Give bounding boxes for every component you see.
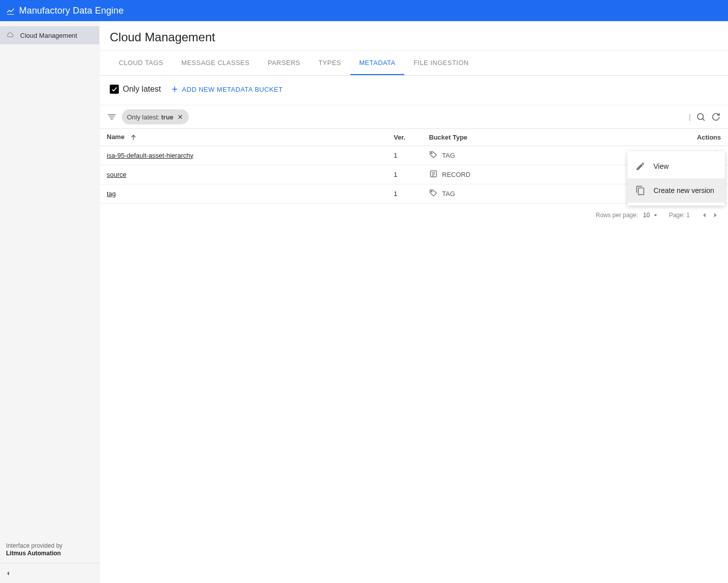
tab-parsers[interactable]: PARSERS xyxy=(259,51,310,75)
add-button-label: ADD NEW METADATA BUCKET xyxy=(182,86,283,93)
tab-message-classes[interactable]: MESSAGE CLASSES xyxy=(172,51,258,75)
chip-value: true xyxy=(161,113,174,121)
col-header-ver[interactable]: Ver. xyxy=(387,129,422,146)
tab-cloud-tags[interactable]: CLOUD TAGS xyxy=(110,51,172,75)
logo-icon xyxy=(6,6,15,15)
col-name-label: Name xyxy=(107,133,124,141)
rows-per-page-value: 10 xyxy=(643,212,649,219)
search-button[interactable] xyxy=(696,112,706,122)
svg-point-4 xyxy=(697,113,703,119)
plus-icon xyxy=(170,85,179,94)
app-bar: Manufactory Data Engine xyxy=(0,0,728,21)
svg-point-7 xyxy=(431,153,432,154)
chip-label: Only latest: xyxy=(127,113,160,121)
close-icon xyxy=(177,113,184,120)
page-prev-button[interactable] xyxy=(700,211,709,220)
pagination: Rows per page: 10 Page: 1 xyxy=(100,204,728,227)
row-name-link[interactable]: tag xyxy=(107,190,116,198)
refresh-button[interactable] xyxy=(711,112,721,122)
rows-per-page-label: Rows per page: xyxy=(596,212,638,219)
sidebar: Cloud Management Interface provided by L… xyxy=(0,21,100,583)
rows-per-page-select[interactable]: 10 xyxy=(643,212,659,219)
record-icon xyxy=(429,169,438,180)
dropdown-arrow-icon xyxy=(652,212,659,219)
search-icon xyxy=(696,112,706,122)
filter-icon[interactable] xyxy=(107,112,117,122)
page-indicator: Page: 1 xyxy=(669,212,690,219)
only-latest-checkbox[interactable]: Only latest xyxy=(110,85,161,94)
tag-icon xyxy=(429,188,438,199)
separator: | xyxy=(689,113,691,121)
main-content: Cloud Management CLOUD TAGS MESSAGE CLAS… xyxy=(100,21,728,583)
sidebar-collapse-button[interactable] xyxy=(0,563,99,583)
app-title: Manufactory Data Engine xyxy=(19,6,124,16)
page-next-button[interactable] xyxy=(711,211,720,220)
sidebar-item-cloud-management[interactable]: Cloud Management xyxy=(0,26,99,44)
svg-line-5 xyxy=(702,118,704,120)
provided-by-label: Interface provided by xyxy=(6,542,93,550)
row-name-link[interactable]: source xyxy=(107,171,126,178)
menu-item-create-label: Create new version xyxy=(653,186,714,195)
toolbar: Only latest ADD NEW METADATA BUCKET xyxy=(100,76,728,105)
row-actions-menu: View Create new version xyxy=(627,151,725,206)
checkbox-box-icon xyxy=(110,85,119,94)
row-version: 1 xyxy=(387,146,422,165)
col-header-name[interactable]: Name xyxy=(100,129,387,146)
menu-item-view[interactable]: View xyxy=(627,154,725,178)
col-header-bucket-type[interactable]: Bucket Type xyxy=(422,129,688,146)
tab-file-ingestion[interactable]: FILE INGESTION xyxy=(404,51,478,75)
tab-types[interactable]: TYPES xyxy=(309,51,350,75)
col-header-actions: Actions xyxy=(688,129,728,146)
refresh-icon xyxy=(711,112,721,122)
cloud-icon xyxy=(6,31,15,40)
svg-point-18 xyxy=(431,191,432,192)
filter-bar: Only latest: true | xyxy=(100,105,728,129)
chip-remove-button[interactable] xyxy=(177,113,184,120)
sort-asc-icon xyxy=(129,134,137,142)
filter-chip-only-latest[interactable]: Only latest: true xyxy=(122,109,189,124)
row-name-link[interactable]: isa-95-default-asset-hierarchy xyxy=(107,152,193,159)
menu-item-view-label: View xyxy=(653,162,669,170)
row-version: 1 xyxy=(387,165,422,184)
pencil-icon xyxy=(635,161,645,171)
tag-icon xyxy=(429,150,438,161)
menu-item-create-new-version[interactable]: Create new version xyxy=(627,178,725,203)
only-latest-label: Only latest xyxy=(123,85,161,94)
chevron-left-icon xyxy=(4,569,12,577)
page-title: Cloud Management xyxy=(110,30,718,44)
tabs: CLOUD TAGS MESSAGE CLASSES PARSERS TYPES… xyxy=(100,51,728,76)
add-metadata-bucket-button[interactable]: ADD NEW METADATA BUCKET xyxy=(170,85,283,94)
sidebar-item-label: Cloud Management xyxy=(20,32,77,39)
provider-company: Litmus Automation xyxy=(6,550,93,558)
tab-metadata[interactable]: METADATA xyxy=(350,51,405,75)
sidebar-footer: Interface provided by Litmus Automation xyxy=(0,537,99,563)
row-version: 1 xyxy=(387,184,422,203)
copy-icon xyxy=(635,185,645,196)
